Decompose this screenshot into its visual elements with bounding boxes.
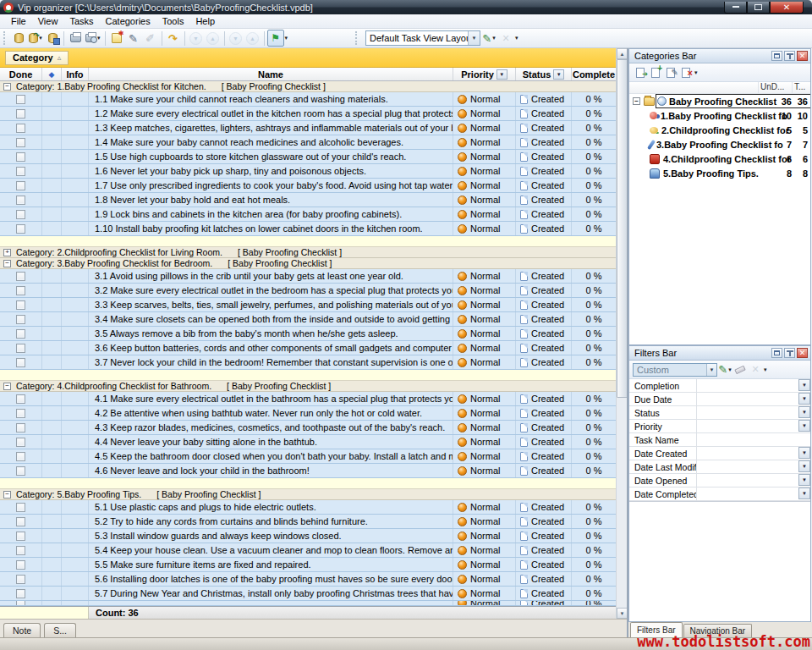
grid-vertical-scrollbar[interactable]: ▲ ▼	[616, 48, 627, 619]
task-row[interactable]: 3.3 Keep scarves, belts, ties, small jew…	[0, 298, 616, 312]
task-row[interactable]: 3.6 Keep button batteries, cords and oth…	[0, 341, 616, 355]
toolbar-grip[interactable]	[3, 31, 7, 45]
minimize-button[interactable]	[724, 2, 747, 14]
category-tree-root[interactable]: Baby Proofing Checklist3636	[629, 94, 810, 108]
filter-preset-combobox[interactable]: Custom	[633, 363, 717, 377]
done-checkbox[interactable]	[16, 124, 25, 133]
new-database-button[interactable]	[10, 30, 27, 47]
edit-task-button[interactable]: ✎	[125, 30, 142, 47]
filter-dropdown-button[interactable]	[798, 406, 810, 418]
task-row[interactable]: 5.6 Installing door latches is one of th…	[0, 572, 616, 587]
done-checkbox[interactable]	[16, 329, 25, 339]
save-database-button[interactable]	[44, 30, 61, 47]
tab-note-1[interactable]: S...	[44, 623, 76, 637]
done-checkbox[interactable]	[16, 575, 25, 584]
done-checkbox[interactable]	[16, 423, 25, 432]
edit-category-button[interactable]	[663, 65, 678, 80]
filter-value-field[interactable]	[697, 420, 798, 432]
task-row[interactable]: 3.5 Always remove a bib from the baby's …	[0, 327, 616, 341]
open-database-button[interactable]: ▾	[27, 30, 44, 47]
highlight-flag-button[interactable]: ⚑	[267, 30, 284, 47]
task-row[interactable]: 5.3 Install window guards and always kee…	[0, 529, 616, 543]
filter-dropdown-button[interactable]	[798, 420, 810, 432]
move-top-button[interactable]: ▲	[244, 30, 261, 47]
done-checkbox[interactable]	[16, 109, 25, 118]
category-group-header[interactable]: Category: 3.Baby Proofing Checklist for …	[0, 258, 616, 269]
filters-bar-restore-button[interactable]	[771, 348, 782, 358]
category-group-header[interactable]: Category: 4.Childproofing Checklist for …	[0, 381, 616, 392]
group-by-category-button[interactable]: Category	[5, 51, 69, 65]
move-up-button[interactable]: ▲	[205, 30, 222, 47]
column-header-done[interactable]: Done	[0, 68, 42, 80]
column-header-info[interactable]: Info	[62, 68, 89, 80]
task-row[interactable]: 1.3 Keep matches, cigarettes, lighters, …	[0, 121, 616, 135]
done-checkbox[interactable]	[16, 589, 25, 598]
column-header-complete[interactable]: Complete	[572, 68, 616, 80]
category-group-header[interactable]: Category: 1.Baby Proofing Checklist for …	[0, 81, 616, 92]
delete-task-button[interactable]: ✐	[142, 30, 159, 47]
task-row[interactable]: 1.2 Make sure every electrical outlet in…	[0, 107, 616, 121]
status-filter-dropdown[interactable]	[553, 69, 564, 80]
done-checkbox[interactable]	[16, 601, 25, 605]
collapse-group-icon[interactable]	[3, 260, 11, 267]
filter-value-field[interactable]	[697, 393, 798, 405]
apply-filter-button[interactable]: ✎▾	[717, 362, 732, 377]
done-checkbox[interactable]	[16, 409, 25, 418]
priority-filter-dropdown[interactable]	[497, 69, 508, 80]
new-task-button[interactable]	[108, 30, 125, 47]
done-checkbox[interactable]	[16, 210, 25, 219]
done-checkbox[interactable]	[16, 196, 25, 205]
title-bar[interactable]: Vip organizer [C:\Users\dmitry\Documents…	[0, 0, 812, 14]
task-row[interactable]: 1.7 Use only prescribed ingredients to c…	[0, 179, 616, 193]
collapse-group-icon[interactable]	[3, 383, 11, 390]
tab-note-0[interactable]: Note	[3, 623, 41, 637]
done-checkbox[interactable]	[16, 452, 25, 461]
filter-dropdown-button[interactable]	[798, 460, 810, 472]
category-tree-item[interactable]: 1.Baby Proofing Checklist fo1010	[629, 108, 810, 123]
menu-item-categories[interactable]: Categories	[100, 15, 156, 27]
column-header-total[interactable]: T...	[792, 82, 810, 93]
task-row[interactable]: 5.1 Use plastic caps and plugs to hide e…	[0, 500, 616, 515]
done-checkbox[interactable]	[16, 272, 25, 281]
menu-item-help[interactable]: Help	[189, 15, 221, 27]
task-row[interactable]: 3.4 Make sure closets can be opened both…	[0, 312, 616, 327]
task-row[interactable]: 5.7 During New Year and Christmas, insta…	[0, 587, 616, 601]
task-row[interactable]: 5.4 Keep your house clean. Use a vacuum …	[0, 543, 616, 558]
done-checkbox[interactable]	[16, 167, 25, 176]
categories-bar-pin-button[interactable]	[784, 51, 795, 61]
menu-item-tasks[interactable]: Tasks	[63, 15, 99, 27]
move-bottom-button[interactable]: ▼	[228, 30, 244, 47]
complete-task-button[interactable]: ↷	[165, 30, 182, 47]
done-checkbox[interactable]	[16, 138, 25, 147]
filter-value-field[interactable]	[697, 488, 798, 500]
filter-value-field[interactable]	[697, 406, 798, 419]
task-row[interactable]: 4.2 Be attentive when using bathtub wate…	[0, 406, 616, 421]
done-checkbox[interactable]	[16, 300, 25, 310]
filter-value-field[interactable]	[697, 460, 798, 473]
print-button[interactable]	[67, 30, 84, 47]
task-row[interactable]: 1.5 Use high cupboards to store kitchen …	[0, 150, 616, 164]
menu-item-tools[interactable]: Tools	[156, 15, 190, 27]
done-checkbox[interactable]	[16, 286, 25, 295]
done-checkbox[interactable]	[16, 344, 25, 353]
filter-value-field[interactable]	[697, 474, 798, 487]
move-down-button[interactable]: ▼	[188, 30, 205, 47]
task-row[interactable]: 3.2 Make sure every electrical outlet in…	[0, 284, 616, 298]
toolbar-grip[interactable]	[355, 31, 359, 45]
task-row[interactable]: 1.8 Never let your baby hold and eat hot…	[0, 193, 616, 207]
filter-value-field[interactable]	[697, 433, 810, 446]
task-row[interactable]: 3.7 Never lock your child in the bedroom…	[0, 355, 616, 370]
done-checkbox[interactable]	[16, 224, 25, 234]
delete-layout-button[interactable]: ✕	[497, 30, 514, 47]
task-row[interactable]: 1.6 Never let your baby pick up sharp, t…	[0, 164, 616, 179]
filter-dropdown-button[interactable]	[798, 488, 810, 499]
done-checkbox[interactable]	[16, 358, 25, 367]
clear-filter-button[interactable]	[732, 362, 748, 377]
category-tree-item[interactable]: 5.Baby Proofing Tips.88	[629, 166, 810, 180]
task-row[interactable]: 4.5 Keep the bathroom door closed when y…	[0, 449, 616, 464]
maximize-button[interactable]	[747, 2, 770, 14]
flag-dropdown-icon[interactable]: ▾	[285, 35, 288, 41]
menu-item-view[interactable]: View	[32, 15, 64, 27]
column-header-flag-icon[interactable]	[42, 68, 62, 80]
task-row[interactable]: 5.5 Make sure furniture items are fixed …	[0, 558, 616, 572]
